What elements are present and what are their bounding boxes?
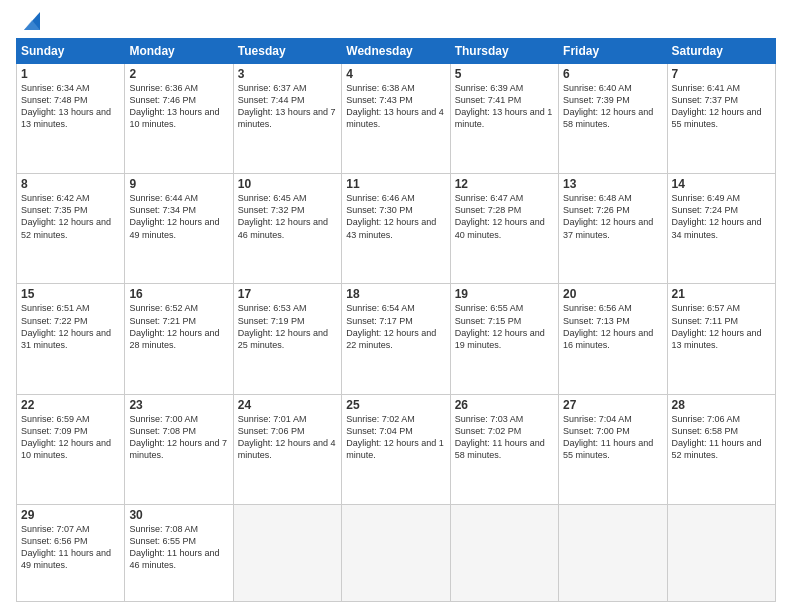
day-info: Sunrise: 7:01 AMSunset: 7:06 PMDaylight:…: [238, 413, 337, 462]
day-header-friday: Friday: [559, 39, 667, 64]
day-number: 1: [21, 67, 120, 81]
day-number: 9: [129, 177, 228, 191]
day-number: 13: [563, 177, 662, 191]
day-number: 16: [129, 287, 228, 301]
calendar-cell: 16Sunrise: 6:52 AMSunset: 7:21 PMDayligh…: [125, 284, 233, 394]
day-number: 28: [672, 398, 771, 412]
calendar-cell: 28Sunrise: 7:06 AMSunset: 6:58 PMDayligh…: [667, 394, 775, 504]
calendar-cell: 3Sunrise: 6:37 AMSunset: 7:44 PMDaylight…: [233, 64, 341, 174]
calendar-week-row: 29Sunrise: 7:07 AMSunset: 6:56 PMDayligh…: [17, 504, 776, 601]
calendar-week-row: 22Sunrise: 6:59 AMSunset: 7:09 PMDayligh…: [17, 394, 776, 504]
calendar-cell: 10Sunrise: 6:45 AMSunset: 7:32 PMDayligh…: [233, 174, 341, 284]
calendar-cell: [233, 504, 341, 601]
day-header-sunday: Sunday: [17, 39, 125, 64]
day-info: Sunrise: 6:49 AMSunset: 7:24 PMDaylight:…: [672, 192, 771, 241]
calendar-cell: 30Sunrise: 7:08 AMSunset: 6:55 PMDayligh…: [125, 504, 233, 601]
header-row: SundayMondayTuesdayWednesdayThursdayFrid…: [17, 39, 776, 64]
day-number: 2: [129, 67, 228, 81]
day-number: 14: [672, 177, 771, 191]
header: [16, 12, 776, 30]
day-info: Sunrise: 6:40 AMSunset: 7:39 PMDaylight:…: [563, 82, 662, 131]
day-number: 11: [346, 177, 445, 191]
calendar-page: SundayMondayTuesdayWednesdayThursdayFrid…: [0, 0, 792, 612]
calendar-cell: 29Sunrise: 7:07 AMSunset: 6:56 PMDayligh…: [17, 504, 125, 601]
day-info: Sunrise: 6:59 AMSunset: 7:09 PMDaylight:…: [21, 413, 120, 462]
day-number: 21: [672, 287, 771, 301]
day-info: Sunrise: 7:03 AMSunset: 7:02 PMDaylight:…: [455, 413, 554, 462]
day-info: Sunrise: 6:38 AMSunset: 7:43 PMDaylight:…: [346, 82, 445, 131]
day-header-saturday: Saturday: [667, 39, 775, 64]
calendar-cell: 4Sunrise: 6:38 AMSunset: 7:43 PMDaylight…: [342, 64, 450, 174]
day-number: 26: [455, 398, 554, 412]
day-number: 30: [129, 508, 228, 522]
day-number: 23: [129, 398, 228, 412]
day-info: Sunrise: 6:42 AMSunset: 7:35 PMDaylight:…: [21, 192, 120, 241]
day-info: Sunrise: 7:06 AMSunset: 6:58 PMDaylight:…: [672, 413, 771, 462]
day-header-tuesday: Tuesday: [233, 39, 341, 64]
day-number: 24: [238, 398, 337, 412]
day-number: 20: [563, 287, 662, 301]
day-number: 10: [238, 177, 337, 191]
day-info: Sunrise: 6:54 AMSunset: 7:17 PMDaylight:…: [346, 302, 445, 351]
day-info: Sunrise: 6:48 AMSunset: 7:26 PMDaylight:…: [563, 192, 662, 241]
day-info: Sunrise: 6:45 AMSunset: 7:32 PMDaylight:…: [238, 192, 337, 241]
day-info: Sunrise: 6:56 AMSunset: 7:13 PMDaylight:…: [563, 302, 662, 351]
calendar-cell: [667, 504, 775, 601]
day-info: Sunrise: 7:08 AMSunset: 6:55 PMDaylight:…: [129, 523, 228, 572]
calendar-cell: 11Sunrise: 6:46 AMSunset: 7:30 PMDayligh…: [342, 174, 450, 284]
day-info: Sunrise: 6:46 AMSunset: 7:30 PMDaylight:…: [346, 192, 445, 241]
calendar-cell: 6Sunrise: 6:40 AMSunset: 7:39 PMDaylight…: [559, 64, 667, 174]
calendar-cell: 13Sunrise: 6:48 AMSunset: 7:26 PMDayligh…: [559, 174, 667, 284]
calendar-cell: 26Sunrise: 7:03 AMSunset: 7:02 PMDayligh…: [450, 394, 558, 504]
calendar-cell: [450, 504, 558, 601]
logo: [16, 12, 40, 30]
calendar-cell: 22Sunrise: 6:59 AMSunset: 7:09 PMDayligh…: [17, 394, 125, 504]
calendar-cell: 15Sunrise: 6:51 AMSunset: 7:22 PMDayligh…: [17, 284, 125, 394]
calendar-cell: 24Sunrise: 7:01 AMSunset: 7:06 PMDayligh…: [233, 394, 341, 504]
calendar-cell: 2Sunrise: 6:36 AMSunset: 7:46 PMDaylight…: [125, 64, 233, 174]
day-info: Sunrise: 6:53 AMSunset: 7:19 PMDaylight:…: [238, 302, 337, 351]
day-number: 17: [238, 287, 337, 301]
calendar-cell: 9Sunrise: 6:44 AMSunset: 7:34 PMDaylight…: [125, 174, 233, 284]
calendar-cell: 14Sunrise: 6:49 AMSunset: 7:24 PMDayligh…: [667, 174, 775, 284]
calendar-week-row: 15Sunrise: 6:51 AMSunset: 7:22 PMDayligh…: [17, 284, 776, 394]
day-info: Sunrise: 7:04 AMSunset: 7:00 PMDaylight:…: [563, 413, 662, 462]
day-number: 12: [455, 177, 554, 191]
logo-icon: [18, 12, 40, 30]
day-info: Sunrise: 6:39 AMSunset: 7:41 PMDaylight:…: [455, 82, 554, 131]
calendar-week-row: 1Sunrise: 6:34 AMSunset: 7:48 PMDaylight…: [17, 64, 776, 174]
day-header-wednesday: Wednesday: [342, 39, 450, 64]
calendar-cell: [559, 504, 667, 601]
calendar-cell: 1Sunrise: 6:34 AMSunset: 7:48 PMDaylight…: [17, 64, 125, 174]
day-info: Sunrise: 6:52 AMSunset: 7:21 PMDaylight:…: [129, 302, 228, 351]
day-number: 15: [21, 287, 120, 301]
day-info: Sunrise: 6:55 AMSunset: 7:15 PMDaylight:…: [455, 302, 554, 351]
day-header-thursday: Thursday: [450, 39, 558, 64]
calendar-cell: 23Sunrise: 7:00 AMSunset: 7:08 PMDayligh…: [125, 394, 233, 504]
day-number: 29: [21, 508, 120, 522]
day-number: 8: [21, 177, 120, 191]
day-info: Sunrise: 7:07 AMSunset: 6:56 PMDaylight:…: [21, 523, 120, 572]
day-info: Sunrise: 6:36 AMSunset: 7:46 PMDaylight:…: [129, 82, 228, 131]
calendar-cell: 25Sunrise: 7:02 AMSunset: 7:04 PMDayligh…: [342, 394, 450, 504]
calendar-cell: 21Sunrise: 6:57 AMSunset: 7:11 PMDayligh…: [667, 284, 775, 394]
calendar-table: SundayMondayTuesdayWednesdayThursdayFrid…: [16, 38, 776, 602]
day-info: Sunrise: 7:00 AMSunset: 7:08 PMDaylight:…: [129, 413, 228, 462]
day-info: Sunrise: 6:41 AMSunset: 7:37 PMDaylight:…: [672, 82, 771, 131]
day-info: Sunrise: 7:02 AMSunset: 7:04 PMDaylight:…: [346, 413, 445, 462]
day-info: Sunrise: 6:37 AMSunset: 7:44 PMDaylight:…: [238, 82, 337, 131]
day-number: 19: [455, 287, 554, 301]
calendar-cell: 7Sunrise: 6:41 AMSunset: 7:37 PMDaylight…: [667, 64, 775, 174]
day-number: 5: [455, 67, 554, 81]
day-number: 3: [238, 67, 337, 81]
day-info: Sunrise: 6:34 AMSunset: 7:48 PMDaylight:…: [21, 82, 120, 131]
day-header-monday: Monday: [125, 39, 233, 64]
day-info: Sunrise: 6:51 AMSunset: 7:22 PMDaylight:…: [21, 302, 120, 351]
calendar-cell: 12Sunrise: 6:47 AMSunset: 7:28 PMDayligh…: [450, 174, 558, 284]
calendar-cell: 20Sunrise: 6:56 AMSunset: 7:13 PMDayligh…: [559, 284, 667, 394]
calendar: SundayMondayTuesdayWednesdayThursdayFrid…: [16, 38, 776, 602]
calendar-week-row: 8Sunrise: 6:42 AMSunset: 7:35 PMDaylight…: [17, 174, 776, 284]
day-info: Sunrise: 6:57 AMSunset: 7:11 PMDaylight:…: [672, 302, 771, 351]
calendar-cell: 8Sunrise: 6:42 AMSunset: 7:35 PMDaylight…: [17, 174, 125, 284]
day-number: 7: [672, 67, 771, 81]
